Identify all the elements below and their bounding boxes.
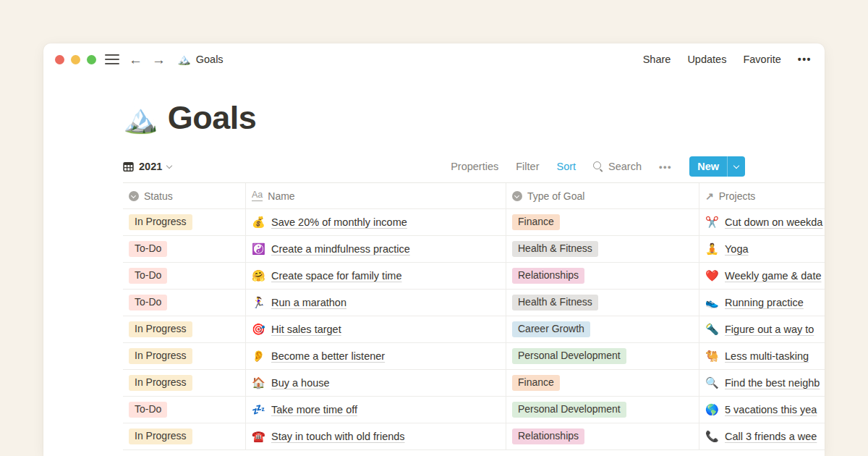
more-options-icon[interactable]: •••: [798, 54, 812, 65]
projects-cell[interactable]: 🔦 Figure out a way to: [699, 316, 825, 342]
goal-page-link[interactable]: Take more time off: [271, 404, 357, 415]
type-of-goal-badge[interactable]: Relationships: [512, 268, 584, 284]
type-of-goal-badge[interactable]: Health & Fitness: [512, 241, 598, 257]
name-cell[interactable]: ☎️ Stay in touch with old friends: [246, 423, 506, 449]
filter-button[interactable]: Filter: [516, 161, 539, 172]
properties-button[interactable]: Properties: [451, 161, 498, 172]
sidebar-menu-icon[interactable]: [105, 54, 119, 64]
status-badge[interactable]: To-Do: [129, 295, 167, 311]
projects-cell[interactable]: 🧘 Yoga: [699, 236, 825, 262]
title-property-icon: Aa: [252, 190, 263, 201]
new-button[interactable]: New: [689, 156, 745, 177]
type-of-goal-cell[interactable]: Personal Development: [506, 397, 699, 423]
share-button[interactable]: Share: [643, 54, 671, 65]
new-button-dropdown[interactable]: [727, 156, 745, 177]
search-button[interactable]: Search: [593, 161, 642, 172]
column-header-type-of-goal[interactable]: Type of Goal: [506, 183, 699, 208]
status-badge[interactable]: In Progress: [129, 428, 192, 444]
goal-page-link[interactable]: Hit sales target: [271, 324, 341, 335]
column-header-status[interactable]: Status: [123, 183, 246, 208]
type-of-goal-cell[interactable]: Health & Fitness: [506, 236, 699, 262]
status-cell[interactable]: To-Do: [123, 290, 246, 316]
projects-cell[interactable]: 🌎 5 vacations this yea: [699, 397, 825, 423]
favorite-button[interactable]: Favorite: [743, 54, 780, 65]
back-arrow-icon[interactable]: ←: [129, 53, 142, 67]
goal-emoji-icon: 💰: [252, 216, 265, 229]
column-header-name[interactable]: Aa Name: [246, 183, 506, 208]
type-of-goal-cell[interactable]: Relationships: [506, 423, 699, 449]
name-cell[interactable]: 💤 Take more time off: [246, 397, 506, 423]
projects-cell[interactable]: ❤️ Weekly game & date: [699, 263, 825, 289]
goal-page-link[interactable]: Save 20% of monthly income: [271, 216, 407, 228]
projects-cell[interactable]: 📞 Call 3 friends a wee: [699, 423, 825, 449]
type-of-goal-cell[interactable]: Career Growth: [506, 316, 699, 342]
page-title[interactable]: Goals: [168, 99, 257, 137]
status-badge[interactable]: In Progress: [129, 321, 192, 337]
type-of-goal-badge[interactable]: Relationships: [512, 428, 584, 444]
close-window-button[interactable]: [55, 55, 64, 64]
project-page-link[interactable]: Call 3 friends a wee: [725, 431, 817, 442]
column-header-projects[interactable]: ↗ Projects: [699, 183, 825, 208]
projects-cell[interactable]: 🐫 Less multi-tasking: [699, 343, 825, 369]
type-of-goal-badge[interactable]: Personal Development: [512, 348, 626, 364]
toolbar-more-icon[interactable]: •••: [659, 161, 672, 172]
projects-cell[interactable]: ✂️ Cut down on weekda: [699, 209, 825, 235]
page-icon-mountain[interactable]: 🏔️: [123, 104, 158, 132]
status-badge[interactable]: To-Do: [129, 402, 167, 418]
status-cell[interactable]: In Progress: [123, 316, 246, 342]
type-of-goal-cell[interactable]: Finance: [506, 370, 699, 396]
status-cell[interactable]: In Progress: [123, 423, 246, 449]
status-badge[interactable]: In Progress: [129, 348, 192, 364]
status-badge[interactable]: To-Do: [129, 268, 167, 284]
project-page-link[interactable]: Running practice: [725, 297, 804, 308]
name-cell[interactable]: 🏃‍♀️ Run a marathon: [246, 290, 506, 316]
name-cell[interactable]: 🎯 Hit sales target: [246, 316, 506, 342]
status-cell[interactable]: In Progress: [123, 209, 246, 235]
new-button-label[interactable]: New: [689, 156, 727, 177]
type-of-goal-badge[interactable]: Health & Fitness: [512, 295, 598, 311]
projects-cell[interactable]: 🔍 Find the best neighb: [699, 370, 825, 396]
status-badge[interactable]: To-Do: [129, 241, 167, 257]
type-of-goal-cell[interactable]: Health & Fitness: [506, 290, 699, 316]
name-cell[interactable]: 🏠 Buy a house: [246, 370, 506, 396]
project-page-link[interactable]: 5 vacations this yea: [725, 404, 817, 415]
goal-page-link[interactable]: Create space for family time: [271, 270, 402, 282]
status-badge[interactable]: In Progress: [129, 214, 192, 230]
view-selector[interactable]: 2021: [123, 161, 171, 172]
status-cell[interactable]: In Progress: [123, 343, 246, 369]
minimize-window-button[interactable]: [71, 55, 80, 64]
name-cell[interactable]: ☯️ Create a mindfulness practice: [246, 236, 506, 262]
breadcrumb[interactable]: 🏔️ Goals: [177, 53, 224, 66]
type-of-goal-cell[interactable]: Finance: [506, 209, 699, 235]
goal-page-link[interactable]: Stay in touch with old friends: [271, 431, 405, 442]
goal-page-link[interactable]: Create a mindfulness practice: [271, 243, 410, 255]
forward-arrow-icon[interactable]: →: [152, 53, 166, 67]
type-of-goal-badge[interactable]: Finance: [512, 375, 560, 391]
project-page-link[interactable]: Weekly game & date: [725, 270, 822, 282]
name-cell[interactable]: 🤗 Create space for family time: [246, 263, 506, 289]
updates-button[interactable]: Updates: [687, 54, 726, 65]
type-of-goal-badge[interactable]: Personal Development: [512, 402, 626, 418]
project-page-link[interactable]: Less multi-tasking: [725, 350, 809, 362]
name-cell[interactable]: 💰 Save 20% of monthly income: [246, 209, 506, 235]
status-badge[interactable]: In Progress: [129, 375, 192, 391]
goal-page-link[interactable]: Run a marathon: [271, 297, 346, 308]
sort-button[interactable]: Sort: [556, 161, 576, 172]
project-page-link[interactable]: Find the best neighb: [725, 377, 820, 389]
status-cell[interactable]: In Progress: [123, 370, 246, 396]
zoom-window-button[interactable]: [87, 55, 96, 64]
name-cell[interactable]: 👂 Become a better listener: [246, 343, 506, 369]
goal-page-link[interactable]: Become a better listener: [271, 350, 385, 362]
project-page-link[interactable]: Cut down on weekda: [725, 216, 822, 228]
status-cell[interactable]: To-Do: [123, 236, 246, 262]
type-of-goal-badge[interactable]: Finance: [512, 214, 560, 230]
type-of-goal-cell[interactable]: Personal Development: [506, 343, 699, 369]
type-of-goal-cell[interactable]: Relationships: [506, 263, 699, 289]
status-cell[interactable]: To-Do: [123, 397, 246, 423]
goal-page-link[interactable]: Buy a house: [271, 377, 330, 389]
project-page-link[interactable]: Yoga: [725, 243, 749, 255]
projects-cell[interactable]: 👟 Running practice: [699, 290, 825, 316]
type-of-goal-badge[interactable]: Career Growth: [512, 321, 590, 337]
status-cell[interactable]: To-Do: [123, 263, 246, 289]
project-page-link[interactable]: Figure out a way to: [725, 324, 814, 335]
